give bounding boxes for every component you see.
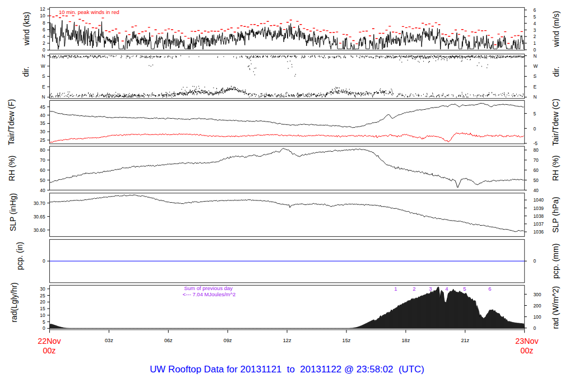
svg-text:0: 0 bbox=[43, 325, 45, 331]
svg-text:8: 8 bbox=[43, 20, 45, 26]
svg-text:20: 20 bbox=[40, 299, 45, 305]
svg-text:RH (%): RH (%) bbox=[552, 155, 561, 181]
svg-text:wind (m/s): wind (m/s) bbox=[552, 11, 561, 48]
svg-text:<--- 7.04 MJoules/m^2: <--- 7.04 MJoules/m^2 bbox=[183, 291, 235, 297]
svg-text:W: W bbox=[534, 63, 538, 69]
svg-text:1038: 1038 bbox=[534, 213, 544, 219]
svg-text:30.60: 30.60 bbox=[34, 227, 45, 233]
svg-text:0: 0 bbox=[43, 47, 45, 53]
svg-text:12: 12 bbox=[40, 6, 45, 12]
svg-text:Tair/Tdew (C): Tair/Tdew (C) bbox=[552, 99, 561, 146]
svg-text:100: 100 bbox=[534, 314, 541, 320]
svg-text:40: 40 bbox=[40, 188, 45, 193]
svg-text:40: 40 bbox=[534, 188, 539, 193]
svg-text:0: 0 bbox=[534, 126, 536, 132]
svg-text:6: 6 bbox=[488, 286, 491, 292]
svg-text:21z: 21z bbox=[461, 338, 469, 343]
svg-text:40: 40 bbox=[40, 113, 45, 118]
svg-text:E: E bbox=[534, 84, 537, 90]
svg-text:rad(Lgly/hr): rad(Lgly/hr) bbox=[10, 282, 18, 323]
svg-text:N: N bbox=[534, 53, 537, 59]
svg-text:5: 5 bbox=[463, 286, 466, 292]
svg-text:pcp. (mm): pcp. (mm) bbox=[552, 244, 561, 279]
svg-text:rad (W/m^2): rad (W/m^2) bbox=[552, 286, 561, 329]
svg-text:03z: 03z bbox=[105, 338, 113, 343]
svg-text:1: 1 bbox=[394, 286, 397, 292]
svg-text:0: 0 bbox=[43, 258, 45, 264]
svg-text:30: 30 bbox=[40, 286, 45, 292]
svg-text:Tair/Tdew (F): Tair/Tdew (F) bbox=[7, 99, 16, 145]
svg-text:1039: 1039 bbox=[534, 206, 544, 211]
svg-text:RH (%): RH (%) bbox=[7, 156, 16, 181]
svg-text:N: N bbox=[42, 94, 45, 100]
svg-text:25: 25 bbox=[40, 293, 45, 298]
svg-text:50: 50 bbox=[40, 178, 45, 183]
svg-text:N: N bbox=[534, 94, 537, 100]
svg-text:35: 35 bbox=[40, 120, 45, 126]
svg-text:2: 2 bbox=[534, 34, 536, 39]
svg-text:30.65: 30.65 bbox=[34, 214, 45, 220]
svg-text:pcp. (in): pcp. (in) bbox=[15, 242, 24, 270]
svg-text:dir.: dir. bbox=[21, 67, 30, 77]
svg-text:60: 60 bbox=[534, 167, 539, 173]
svg-text:50: 50 bbox=[534, 178, 539, 183]
svg-text:3: 3 bbox=[534, 27, 536, 33]
svg-text:22Nov: 22Nov bbox=[38, 337, 61, 346]
svg-text:30.70: 30.70 bbox=[34, 200, 45, 206]
svg-text:300: 300 bbox=[534, 292, 541, 297]
svg-text:5: 5 bbox=[534, 14, 536, 20]
svg-text:W: W bbox=[41, 63, 45, 69]
svg-text:0: 0 bbox=[534, 47, 536, 53]
svg-text:1: 1 bbox=[534, 40, 536, 46]
svg-text:200: 200 bbox=[534, 303, 541, 309]
svg-text:1036: 1036 bbox=[534, 229, 544, 235]
svg-text:10 min. peak winds in red: 10 min. peak winds in red bbox=[59, 9, 119, 15]
svg-text:45: 45 bbox=[40, 104, 45, 110]
svg-text:2: 2 bbox=[413, 286, 415, 292]
svg-text:70: 70 bbox=[534, 157, 539, 163]
svg-text:1040: 1040 bbox=[534, 197, 544, 203]
svg-text:Sum of previous day: Sum of previous day bbox=[184, 285, 233, 291]
svg-text:2: 2 bbox=[43, 40, 45, 46]
svg-text:25: 25 bbox=[40, 137, 45, 143]
svg-text:15: 15 bbox=[40, 306, 45, 311]
svg-text:N: N bbox=[42, 53, 45, 59]
svg-text:dir.: dir. bbox=[552, 67, 561, 77]
svg-text:0: 0 bbox=[534, 258, 536, 264]
svg-text:S: S bbox=[534, 73, 537, 79]
svg-text:6: 6 bbox=[43, 27, 45, 32]
svg-text:10: 10 bbox=[40, 13, 45, 18]
svg-text:SLP (hPa): SLP (hPa) bbox=[552, 197, 561, 232]
svg-text:S: S bbox=[42, 73, 45, 79]
svg-text:5: 5 bbox=[534, 111, 536, 116]
svg-text:18z: 18z bbox=[401, 338, 410, 343]
svg-text:1037: 1037 bbox=[534, 221, 544, 227]
svg-text:09z: 09z bbox=[224, 338, 232, 343]
svg-text:4: 4 bbox=[534, 21, 536, 26]
svg-text:wind (kts): wind (kts) bbox=[22, 12, 31, 46]
svg-text:E: E bbox=[42, 84, 45, 90]
svg-text:UW Rooftop Data for 20131121: UW Rooftop Data for 20131121 to 20131122… bbox=[150, 364, 424, 375]
svg-text:23Nov: 23Nov bbox=[515, 337, 539, 346]
svg-text:5: 5 bbox=[43, 319, 45, 325]
svg-text:06z: 06z bbox=[164, 338, 173, 343]
svg-text:4: 4 bbox=[43, 34, 45, 39]
svg-text:00z: 00z bbox=[43, 346, 55, 355]
svg-text:15z: 15z bbox=[342, 338, 351, 343]
svg-text:80: 80 bbox=[534, 147, 539, 153]
svg-text:70: 70 bbox=[40, 157, 45, 163]
svg-text:80: 80 bbox=[40, 147, 45, 153]
svg-text:10: 10 bbox=[40, 312, 45, 318]
svg-text:4: 4 bbox=[445, 286, 448, 292]
svg-text:0: 0 bbox=[534, 325, 536, 331]
svg-text:-5: -5 bbox=[534, 141, 538, 146]
svg-text:12z: 12z bbox=[283, 338, 291, 343]
svg-text:SLP (inHg): SLP (inHg) bbox=[8, 193, 17, 231]
svg-text:30: 30 bbox=[40, 129, 45, 134]
svg-text:60: 60 bbox=[40, 167, 45, 173]
svg-text:3: 3 bbox=[429, 286, 432, 292]
svg-text:6: 6 bbox=[534, 7, 536, 13]
svg-text:00z: 00z bbox=[520, 346, 533, 355]
